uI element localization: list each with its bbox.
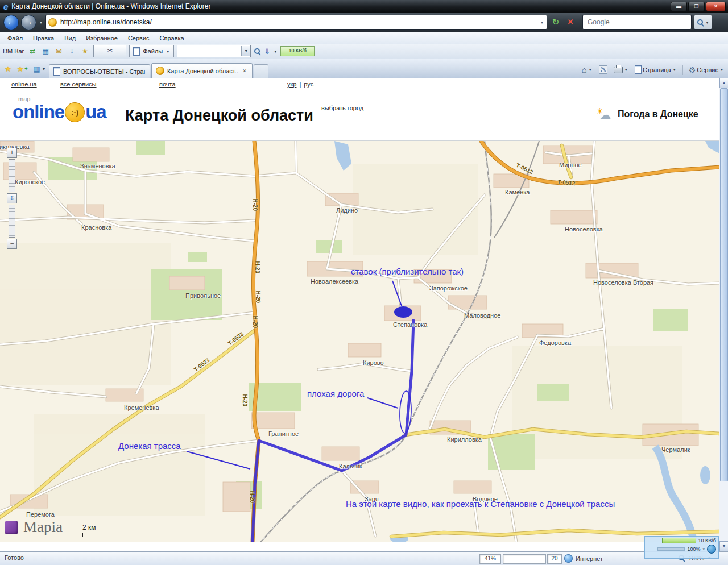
star-icon: ★: [5, 65, 11, 73]
map-place-label: Маловодное: [464, 312, 500, 319]
menu-item-2[interactable]: Вид: [59, 33, 81, 43]
menu-bar: ФайлПравкаВидИзбранноеСервисСправка: [0, 32, 728, 44]
pan-button[interactable]: ⇕: [7, 193, 17, 203]
forward-button[interactable]: →: [21, 15, 36, 30]
tab-0[interactable]: ВОПРОСЫ-ОТВЕТЫ - Стран...: [49, 64, 150, 78]
map-canvas[interactable]: НиколаевкаЗнаменовкаКировскоеКрасновкаЛи…: [0, 140, 719, 542]
scroll-down-icon[interactable]: ▼: [719, 541, 728, 551]
overlay-zoom: 100%: [687, 546, 700, 552]
mapia-logo-text: Mapia: [23, 518, 63, 536]
ie-logo-icon: e: [3, 2, 8, 11]
command-bar: ⌂▾ ▾ Страница▾ ⚙Сервис▾: [580, 64, 726, 76]
menu-item-4[interactable]: Сервис: [123, 33, 155, 43]
search-input[interactable]: [586, 18, 688, 27]
zoom-tool-icon[interactable]: [254, 48, 261, 55]
dm-grid-icon[interactable]: ▦: [40, 45, 51, 57]
zone-label: Интернет: [576, 555, 603, 562]
weather-link[interactable]: Погода в Донецке: [618, 109, 698, 119]
dm-sync-icon[interactable]: ⇄: [27, 45, 38, 57]
page-menu-button[interactable]: Страница▾: [632, 64, 679, 75]
top-link-0[interactable]: online.ua: [11, 81, 37, 88]
restore-button[interactable]: ❐: [688, 2, 705, 11]
dm-mail-icon[interactable]: ✉: [53, 45, 64, 57]
search-box[interactable]: [582, 15, 692, 30]
road-shield-label: Н-20: [242, 394, 248, 407]
home-button[interactable]: ⌂▾: [580, 64, 595, 76]
tools-menu-button[interactable]: ⚙Сервис▾: [686, 64, 726, 76]
zoom-slider[interactable]: [9, 159, 15, 192]
site-links-row: online.uaвсе сервисыпочта укр | рус: [0, 78, 719, 92]
dm-combobox[interactable]: ▾: [177, 45, 251, 57]
menu-item-3[interactable]: Избранное: [81, 33, 123, 43]
zoom-out-button[interactable]: −: [7, 239, 17, 249]
scrollbar-thumb[interactable]: [720, 88, 728, 481]
add-favorite-button[interactable]: ★+: [15, 62, 30, 76]
quick-tabs-button[interactable]: ▦▾: [31, 62, 48, 76]
map-place-label: Новоселовка: [565, 226, 603, 232]
lang-rus-link[interactable]: рус: [304, 81, 313, 88]
status-progress-pct: 41%: [479, 554, 501, 564]
map-place-label: Чермалик: [661, 446, 690, 453]
menu-item-5[interactable]: Справка: [155, 33, 189, 43]
printer-icon: [614, 67, 623, 73]
zoom-in-button[interactable]: +: [7, 148, 17, 158]
overlay-speed: 10 КВ/б: [698, 538, 716, 543]
download-dropdown-icon[interactable]: ▾: [273, 49, 278, 54]
site-logo[interactable]: map online :-) ua: [13, 95, 126, 130]
road-shield-label: Н-20: [254, 261, 260, 274]
security-zone: Интернет: [564, 554, 603, 563]
files-dropdown-button[interactable]: Файлы ▾: [129, 45, 174, 57]
weather-widget[interactable]: ☀☁ Погода в Донецке: [596, 108, 698, 121]
tab-1[interactable]: Карта Донецкой област...✕: [151, 63, 253, 78]
overlay-action-button[interactable]: [707, 545, 716, 554]
feeds-button[interactable]: [597, 64, 610, 75]
road-shield-label: Н-20: [249, 491, 255, 504]
zoom-slider-lower[interactable]: [9, 205, 15, 238]
vertical-scrollbar[interactable]: ▲ ▼: [719, 78, 728, 551]
map-place-label: Новоалексеевка: [311, 278, 358, 285]
overlay-dropdown-icon[interactable]: ▾: [702, 547, 705, 551]
url-input[interactable]: [59, 18, 537, 27]
overlay-slider[interactable]: [657, 547, 685, 551]
combo-dropdown-icon[interactable]: ▾: [241, 46, 250, 56]
status-text: Готово: [5, 554, 24, 561]
close-button[interactable]: ✕: [706, 2, 726, 11]
menu-item-1[interactable]: Правка: [28, 33, 59, 43]
status-progress-bar: [503, 554, 546, 564]
address-bar[interactable]: ▾: [46, 15, 547, 30]
search-go-button[interactable]: ▾: [694, 15, 712, 30]
choose-city-link[interactable]: выбрать город: [321, 105, 363, 111]
tab-label: Карта Донецкой област...: [167, 68, 238, 74]
new-tab-stub[interactable]: [254, 64, 268, 78]
search-options-icon[interactable]: ▾: [705, 20, 710, 25]
dm-download-icon[interactable]: ↓: [66, 45, 77, 57]
menu-item-0[interactable]: Файл: [2, 33, 28, 43]
download-progress-bar: [662, 538, 696, 543]
download-tool-icon[interactable]: ⇓: [264, 47, 270, 56]
scroll-up-icon[interactable]: ▲: [719, 78, 728, 88]
favorites-button[interactable]: ★: [2, 62, 14, 76]
top-link-2[interactable]: почта: [159, 81, 176, 88]
map-place-label: Гранитное: [268, 430, 299, 437]
window-title: Карта Донецкой области | Online.ua - Win…: [11, 2, 210, 10]
back-button[interactable]: ←: [3, 15, 19, 30]
stop-button[interactable]: ✕: [564, 16, 577, 28]
road-shield-label: Н-20: [252, 199, 258, 211]
logo-wordmark: online :-) ua: [13, 101, 106, 123]
top-link-1[interactable]: все сервисы: [60, 81, 97, 88]
map-place-label: Степановка: [393, 321, 427, 328]
cut-button[interactable]: ✂: [93, 45, 126, 57]
minimize-button[interactable]: ▬: [671, 2, 687, 11]
refresh-button[interactable]: ↻: [549, 16, 562, 28]
scale-bar: [82, 533, 123, 537]
tab-bar: ★ ★+ ▦▾ ВОПРОСЫ-ОТВЕТЫ - Стран...Карта Д…: [0, 59, 728, 78]
lang-ukr-link[interactable]: укр: [287, 81, 296, 88]
mapia-brand[interactable]: Mapia: [5, 518, 63, 536]
dm-favorite-icon[interactable]: ★: [79, 45, 90, 57]
tab-close-icon[interactable]: ✕: [241, 68, 248, 74]
address-dropdown-icon[interactable]: ▾: [540, 20, 544, 25]
print-button[interactable]: ▾: [611, 65, 631, 74]
tab-strip: ВОПРОСЫ-ОТВЕТЫ - Стран...Карта Донецкой …: [49, 63, 254, 78]
history-dropdown-icon[interactable]: ▾: [39, 20, 43, 25]
map-place-label: Мирное: [559, 161, 582, 168]
